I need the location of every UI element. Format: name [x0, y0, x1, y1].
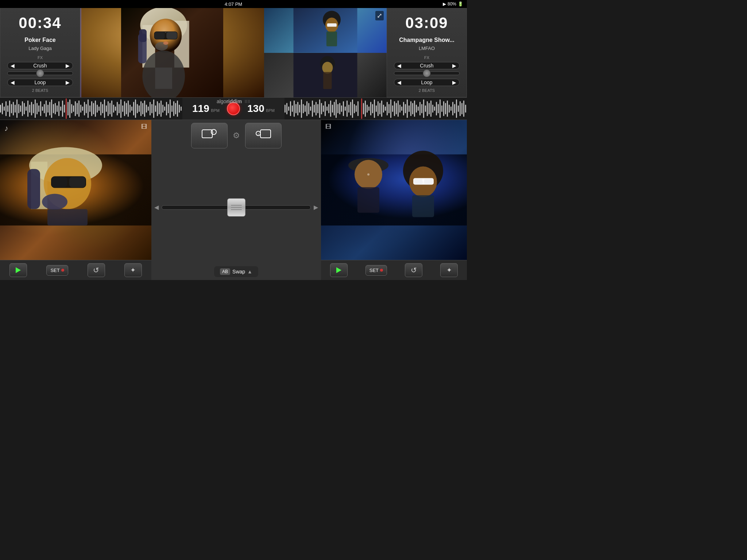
svg-rect-67	[75, 101, 76, 116]
crossfader-right-arrow[interactable]: ▶	[314, 204, 318, 211]
deck-left-loop-next[interactable]: ▶	[66, 79, 70, 85]
deck-left-fx-prev[interactable]: ◀	[11, 63, 15, 69]
svg-rect-133	[297, 102, 298, 116]
media-icon-left: ♪	[201, 128, 217, 143]
svg-rect-46	[36, 103, 38, 114]
expand-video-btn[interactable]: ⤢	[375, 11, 384, 20]
bottom-section: ♪ 🎞	[0, 120, 467, 280]
gear-center: ⚙	[231, 123, 242, 148]
deck-left-fx-thumb[interactable]	[36, 69, 44, 77]
media-btn-left[interactable]: ♪	[191, 123, 228, 148]
svg-rect-117	[166, 102, 167, 116]
svg-rect-30	[7, 105, 8, 112]
deck-right-play-btn[interactable]	[330, 263, 348, 277]
crossfader-lines	[231, 205, 242, 210]
video-right	[264, 8, 387, 97]
svg-rect-56	[55, 103, 56, 114]
deck-left-fx-selector[interactable]: ◀ Crush ▶	[7, 62, 73, 69]
media-btn-right[interactable]: ♪	[245, 123, 282, 148]
svg-rect-19	[327, 24, 331, 27]
gear-icon[interactable]: ⚙	[233, 131, 240, 140]
deck-left-loop-selector[interactable]: ◀ Loop ▶	[7, 79, 73, 86]
video-thumb-right[interactable]: 🎞	[321, 120, 467, 260]
deck-right-scratch-btn[interactable]: ✦	[440, 263, 458, 277]
swap-area[interactable]: AB Swap ▲	[214, 266, 258, 277]
svg-rect-88	[113, 105, 114, 112]
deck-right-set-btn[interactable]: SET	[365, 265, 387, 276]
svg-rect-113	[159, 103, 160, 114]
svg-rect-234	[27, 169, 40, 209]
svg-rect-77	[93, 103, 94, 114]
svg-rect-97	[129, 105, 131, 112]
deck-left-timer: 00:34	[19, 14, 61, 32]
svg-rect-159	[345, 106, 346, 111]
swap-arrow-icon: ▲	[247, 269, 252, 275]
deck-right-fx-thumb[interactable]	[423, 69, 431, 77]
deck-right-fx-slider[interactable]	[394, 71, 460, 75]
waveform-right[interactable]	[285, 98, 467, 120]
svg-rect-27	[2, 103, 3, 114]
deck-left-rewind-btn[interactable]: ↺	[88, 263, 105, 277]
waveform-left[interactable]	[0, 98, 182, 120]
svg-rect-215	[449, 105, 450, 112]
deck-right-rewind-btn[interactable]: ↺	[405, 263, 422, 277]
crossfader-thumb[interactable]	[227, 198, 245, 217]
deck-left-fx-slider[interactable]	[7, 71, 73, 75]
deck-left-fx-next[interactable]: ▶	[66, 63, 70, 69]
deck-left-play-btn[interactable]	[9, 263, 27, 277]
svg-rect-50	[44, 104, 45, 113]
svg-rect-173	[372, 104, 373, 113]
svg-text:♪: ♪	[212, 131, 214, 134]
lmfao-bottom-svg	[321, 120, 467, 260]
lmfao-bottom-svg	[264, 53, 387, 98]
svg-rect-231	[69, 177, 85, 187]
deck-left-fx-label: FX	[38, 55, 43, 60]
svg-rect-115	[162, 105, 163, 112]
play-icon-left	[16, 267, 21, 273]
svg-rect-152	[332, 105, 333, 112]
svg-rect-36	[18, 104, 19, 113]
svg-rect-165	[356, 105, 357, 112]
svg-rect-141	[312, 101, 313, 117]
svg-rect-43	[31, 102, 32, 116]
svg-rect-188	[399, 105, 400, 112]
deck-right-title: Champagne Show...	[399, 37, 454, 43]
deck-left-set-btn[interactable]: SET	[46, 265, 68, 276]
crossfader-line-3	[231, 209, 242, 210]
svg-rect-7	[166, 32, 177, 39]
deck-left-scratch-btn[interactable]: ✦	[124, 263, 142, 277]
svg-rect-62	[66, 98, 67, 119]
deck-right-fx-next[interactable]: ▶	[452, 63, 456, 69]
deck-right-fx-selector[interactable]: ◀ Crush ▶	[394, 62, 460, 69]
svg-rect-98	[131, 106, 132, 111]
svg-rect-140	[310, 106, 311, 111]
deck-right-fx-prev[interactable]: ◀	[397, 63, 401, 69]
deck-left-loop-prev[interactable]: ◀	[11, 79, 15, 85]
svg-rect-201	[423, 100, 424, 118]
crossfader-track[interactable]	[162, 205, 311, 210]
svg-rect-183	[390, 100, 391, 118]
deck-right-controls: SET ↺ ✦	[321, 260, 467, 280]
deck-right-loop-next[interactable]: ▶	[452, 79, 456, 85]
svg-rect-193	[409, 105, 410, 112]
video-thumb-left[interactable]: ♪ 🎞	[0, 120, 151, 260]
svg-rect-208	[436, 102, 437, 116]
deck-right-loop-selector[interactable]: ◀ Loop ▶	[394, 79, 460, 86]
deck-left-set-dot	[61, 269, 64, 272]
svg-rect-101	[137, 104, 138, 113]
svg-rect-176	[378, 101, 379, 116]
svg-rect-91	[119, 104, 120, 113]
svg-rect-40	[26, 106, 27, 111]
svg-point-252	[367, 174, 369, 176]
svg-rect-184	[392, 105, 393, 112]
algo-text2: riddim	[226, 98, 242, 104]
svg-rect-207	[434, 106, 435, 111]
svg-rect-164	[354, 104, 355, 113]
waveform-right-svg	[285, 98, 467, 120]
algo-logo: algoriddim ⠿⠿	[217, 98, 250, 104]
crossfader-left-arrow[interactable]: ◀	[154, 204, 159, 211]
status-right: ▶ 80% 🔋	[443, 1, 463, 7]
deck-right-loop-prev[interactable]: ◀	[397, 79, 401, 85]
svg-rect-219	[456, 100, 457, 118]
svg-rect-241	[321, 155, 467, 226]
